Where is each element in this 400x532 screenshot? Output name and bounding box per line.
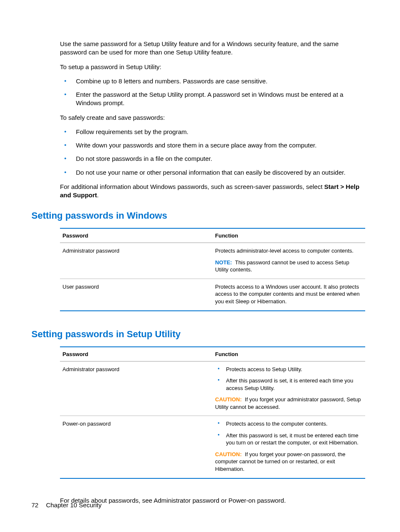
list-item: Follow requirements set by the program. xyxy=(60,128,365,136)
cell-bullet-list: Protects access to Setup Utility. After … xyxy=(215,366,363,392)
table-header-password: Password xyxy=(60,347,213,362)
safe-list: Follow requirements set by the program. … xyxy=(31,128,369,177)
windows-password-table: Password Function Administrator password… xyxy=(60,228,365,311)
table-row: User password Protects access to a Windo… xyxy=(60,279,365,310)
cell-caution: CAUTION: If you forget your power-on pas… xyxy=(215,451,363,473)
page-footer: 72Chapter 10 Security xyxy=(31,501,101,509)
list-item: After this password is set, it must be e… xyxy=(215,432,363,447)
list-item: Protects access to Setup Utility. xyxy=(215,366,363,373)
cell-password-name: Administrator password xyxy=(60,243,213,279)
caution-label: CAUTION: xyxy=(215,451,242,457)
list-item: After this password is set, it is entere… xyxy=(215,377,363,392)
page-number: 72 xyxy=(31,501,39,509)
cell-caution: CAUTION: If you forget your administrato… xyxy=(215,396,363,411)
cell-text: Protects access to a Windows user accoun… xyxy=(215,283,363,305)
intro-paragraph: Use the same password for a Setup Utilit… xyxy=(31,40,369,57)
heading-setup-utility-passwords: Setting passwords in Setup Utility xyxy=(31,329,369,340)
table-header-function: Function xyxy=(213,347,365,362)
table-row: Administrator password Protects access t… xyxy=(60,361,365,416)
cell-password-name: User password xyxy=(60,279,213,310)
table-row: Power-on password Protects access to the… xyxy=(60,416,365,478)
additional-info-pre: For additional information about Windows… xyxy=(60,183,324,190)
cell-text: Protects administrator-level access to c… xyxy=(215,247,363,255)
cell-function: Protects access to the computer contents… xyxy=(213,416,365,478)
list-item: Combine up to 8 letters and numbers. Pas… xyxy=(60,77,365,85)
list-item: Write down your passwords and store them… xyxy=(60,141,365,150)
cell-function: Protects administrator-level access to c… xyxy=(213,243,365,279)
list-item: Protects access to the computer contents… xyxy=(215,420,363,428)
table-header-function: Function xyxy=(213,228,365,243)
setup-utility-password-table: Password Function Administrator password… xyxy=(60,346,365,479)
note-text: This password cannot be used to access S… xyxy=(215,259,349,273)
note-label: NOTE: xyxy=(215,259,232,266)
heading-windows-passwords: Setting passwords in Windows xyxy=(31,210,369,221)
additional-info: For additional information about Windows… xyxy=(31,183,369,200)
table-row: Administrator password Protects administ… xyxy=(60,243,365,279)
chapter-label: Chapter 10 Security xyxy=(46,501,102,509)
cell-bullet-list: Protects access to the computer contents… xyxy=(215,420,363,447)
cell-password-name: Power-on password xyxy=(60,416,213,478)
cell-function: Protects access to Setup Utility. After … xyxy=(213,361,365,416)
setup-list: Combine up to 8 letters and numbers. Pas… xyxy=(31,77,369,108)
page: Use the same password for a Setup Utilit… xyxy=(0,0,400,532)
list-item: Enter the password at the Setup Utility … xyxy=(60,90,365,108)
list-item: Do not store passwords in a file on the … xyxy=(60,155,365,163)
additional-info-post: . xyxy=(97,191,99,199)
caution-label: CAUTION: xyxy=(215,396,242,403)
setup-lead: To setup a password in Setup Utility: xyxy=(31,63,369,71)
cell-password-name: Administrator password xyxy=(60,361,213,416)
safe-lead: To safely create and save passwords: xyxy=(31,114,369,122)
table-header-password: Password xyxy=(60,228,213,243)
cell-note: NOTE: This password cannot be used to ac… xyxy=(215,259,363,274)
list-item: Do not use your name or other personal i… xyxy=(60,168,365,177)
cell-function: Protects access to a Windows user accoun… xyxy=(213,279,365,310)
